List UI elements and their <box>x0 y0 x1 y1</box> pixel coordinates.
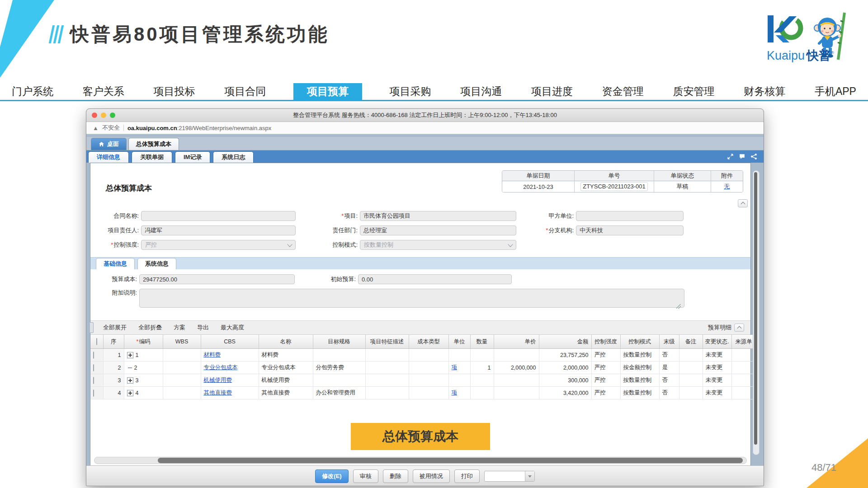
col-name: 名称 <box>259 335 313 349</box>
scrollbar-thumb[interactable] <box>158 458 743 463</box>
kuaipu-logomark <box>768 15 804 42</box>
nav-item-mobile-app[interactable]: 手机APP <box>813 83 858 100</box>
vertical-scrollbar[interactable] <box>753 170 760 455</box>
title-bars-icon <box>49 25 64 43</box>
checkbox[interactable] <box>93 352 94 359</box>
col-leaf: 末级 <box>659 335 679 349</box>
budget-cost-label: 预算成本: <box>90 275 139 283</box>
branch-field[interactable] <box>576 225 684 235</box>
tab-system-info[interactable]: 系统信息 <box>137 258 176 269</box>
expand-icon[interactable] <box>127 377 133 384</box>
nav-item-crm[interactable]: 客户关系 <box>81 83 126 100</box>
nav-item-communication[interactable]: 项目沟通 <box>458 83 504 100</box>
tab-im-records[interactable]: IM记录 <box>175 151 210 163</box>
nav-item-portal[interactable]: 门户系统 <box>10 83 55 100</box>
nav-item-budget-active[interactable]: 项目预算 <box>293 83 362 100</box>
audit-button[interactable]: 审核 <box>353 469 378 483</box>
nav-item-contract[interactable]: 项目合同 <box>222 83 268 100</box>
warning-icon: ▲ <box>93 125 99 131</box>
zoom-button[interactable] <box>110 113 115 118</box>
attachment-link[interactable]: 无 <box>724 183 730 191</box>
print-button[interactable]: 打印 <box>454 469 480 483</box>
slide-callout-label: 总体预算成本 <box>351 423 490 450</box>
panel-collapse-handle[interactable] <box>90 322 94 333</box>
cbs-link[interactable]: 其他直接费 <box>204 389 232 396</box>
nav-item-procurement[interactable]: 项目采购 <box>388 83 433 100</box>
expand-icon[interactable] <box>127 352 133 358</box>
manager-field[interactable] <box>141 225 296 235</box>
info-header-attachment: 附件 <box>711 171 743 181</box>
nav-item-quality[interactable]: 质安管理 <box>671 83 716 100</box>
chevron-down-icon <box>287 242 292 247</box>
col-feature: 项目特征描述 <box>365 335 409 349</box>
nav-item-finance[interactable]: 财务核算 <box>742 83 787 100</box>
tab-related-docs[interactable]: 关联单据 <box>132 151 172 163</box>
budget-detail-label: 预算明细 <box>708 324 731 332</box>
tab-total-budget-cost[interactable]: 总体预算成本 <box>128 138 179 150</box>
tab-detail-info[interactable]: 详细信息 <box>88 151 129 163</box>
dept-label: 责任部门: <box>296 226 360 235</box>
workspace-tab-bar: 桌面 总体预算成本 <box>86 137 764 150</box>
textarea-resize-handle[interactable] <box>676 304 681 309</box>
scrollbar-thumb[interactable] <box>754 172 757 445</box>
checkbox[interactable] <box>96 338 97 345</box>
expand-icon[interactable] <box>727 153 734 160</box>
party-a-label: 甲方单位: <box>516 212 576 220</box>
close-button[interactable] <box>92 113 97 118</box>
export-link[interactable]: 导出 <box>197 324 209 332</box>
checkbox[interactable] <box>93 389 94 397</box>
unit-link[interactable]: 项 <box>452 389 458 396</box>
tab-system-log[interactable]: 系统日志 <box>213 151 254 163</box>
checkbox[interactable] <box>93 377 94 384</box>
budget-cost-field[interactable] <box>139 274 295 284</box>
nav-item-funds[interactable]: 资金管理 <box>600 83 646 100</box>
nav-item-bidding[interactable]: 项目投标 <box>151 83 197 100</box>
url-text[interactable]: oa.kuaipu.com.cn:2198/WebEnterprise/newm… <box>127 125 271 131</box>
chat-icon[interactable] <box>739 153 745 160</box>
party-a-field[interactable] <box>576 211 684 221</box>
expand-icon[interactable] <box>127 390 133 396</box>
usage-button[interactable]: 被用情况 <box>413 469 450 483</box>
dropdown-arrow-button[interactable] <box>525 471 534 481</box>
collapse-grid-button[interactable] <box>734 324 744 332</box>
col-spec: 目标规格 <box>313 335 365 349</box>
tab-desktop[interactable]: 桌面 <box>91 138 127 150</box>
unit-link[interactable]: 项 <box>452 364 458 371</box>
col-cbs: CBS <box>201 335 259 349</box>
col-cost-type: 成本类型 <box>409 335 448 349</box>
modify-button[interactable]: 修改(E) <box>315 469 348 483</box>
inner-tab-bar: 基础信息 系统信息 <box>90 257 750 269</box>
project-field[interactable] <box>360 211 516 221</box>
cbs-link[interactable]: 专业分包成本 <box>204 364 238 371</box>
dept-field[interactable] <box>360 225 516 235</box>
collapse-header-button[interactable] <box>738 199 748 207</box>
delete-button[interactable]: 删除 <box>383 469 408 483</box>
max-height-link[interactable]: 最大高度 <box>221 324 244 332</box>
nav-item-progress[interactable]: 项目进度 <box>529 83 575 100</box>
tab-basic-info[interactable]: 基础信息 <box>96 258 135 269</box>
footer-dropdown[interactable] <box>484 471 535 482</box>
collapse-all-link[interactable]: 全部折叠 <box>138 324 162 332</box>
minimize-button[interactable] <box>101 113 106 118</box>
col-qty: 数量 <box>470 335 494 349</box>
col-seq: 序 <box>103 335 124 349</box>
contract-name-field[interactable] <box>141 211 296 221</box>
col-strength: 控制强度 <box>591 335 620 349</box>
note-field[interactable] <box>139 289 684 308</box>
cbs-link[interactable]: 机械使用费 <box>204 377 232 383</box>
contract-name-label: 合同名称: <box>90 212 141 220</box>
scheme-link[interactable]: 方案 <box>174 324 185 332</box>
slide-header: 快普易80项目管理系统功能 <box>51 22 330 47</box>
address-bar[interactable]: ▲ 不安全 oa.kuaipu.com.cn:2198/WebEnterpris… <box>86 122 764 134</box>
initial-budget-field[interactable] <box>358 274 512 284</box>
cbs-link[interactable]: 材料费 <box>204 352 221 358</box>
share-icon[interactable] <box>750 153 757 160</box>
expand-all-link[interactable]: 全部展开 <box>103 324 127 332</box>
triangle-down-icon <box>528 475 532 478</box>
control-mode-select[interactable]: 按数量控制 <box>360 240 516 250</box>
security-label[interactable]: 不安全 <box>102 124 120 132</box>
info-header-number: 单号 <box>575 171 654 181</box>
checkbox[interactable] <box>93 364 94 371</box>
control-strength-select[interactable]: 严控 <box>141 240 296 250</box>
horizontal-scrollbar[interactable] <box>94 457 747 464</box>
